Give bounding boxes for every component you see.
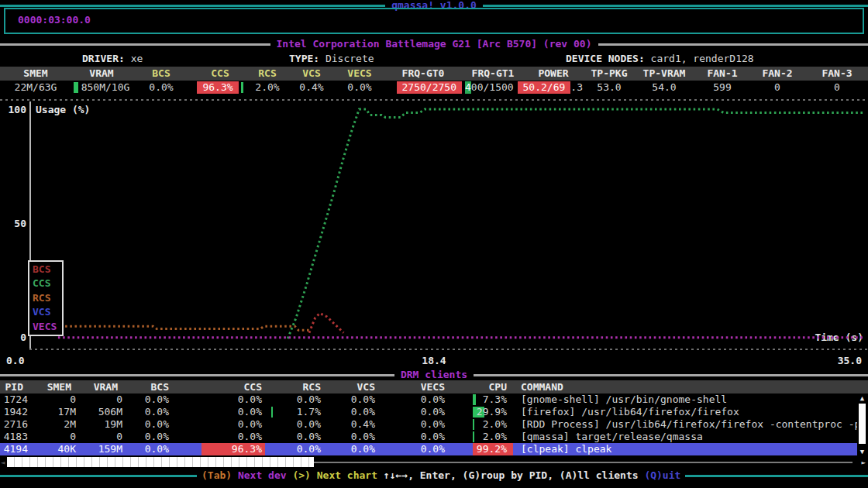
stats-value-ccs: 96.3%: [191, 81, 250, 95]
client-cell-pid: 4194: [0, 443, 31, 455]
stats-col-vcs: VCS: [285, 67, 338, 81]
client-cell-cpu: 2.0%: [453, 418, 515, 431]
client-row-1942[interactable]: 194217M506M0.0%0.0%1.7%0.0%0.0%29.9%[fir…: [0, 406, 857, 418]
client-cell-vcs: 0.0%: [329, 431, 383, 443]
client-cell-bcs: 0.0%: [126, 443, 177, 455]
key-hint-quit: (Q)uit: [644, 469, 680, 482]
stats-segment: 53.0: [597, 81, 621, 94]
stats-col-rcs: RCS: [250, 67, 285, 81]
chart-series-bcs: [309, 313, 344, 332]
client-row-4194[interactable]: 419440K159M0.0%96.3%0.0%0.0%0.0%99.2%[cl…: [0, 443, 857, 455]
client-row-4183[interactable]: 4183000.0%0.0%0.0%0.0%0.0%2.0%[qmassa] t…: [0, 431, 857, 443]
legend-item-ccs: CCS: [33, 277, 62, 290]
key-hint-nextdev: Next dev: [238, 469, 292, 482]
stats-col-fan-2: FAN-2: [749, 67, 806, 81]
clients-col-command: COMMAND: [515, 380, 868, 393]
clients-section-title: DRM clients: [394, 369, 474, 380]
client-cell-rcs: 1.7%: [270, 406, 329, 418]
client-cell-ccs: 96.3%: [177, 443, 270, 455]
stats-value-tp-vram: 54.0: [632, 81, 696, 95]
horizontal-scrollbar[interactable]: ◄ ►: [0, 456, 868, 468]
stats-segment: 2.0%: [255, 81, 279, 94]
footer-rule-left: [0, 475, 197, 477]
vertical-scrollbar[interactable]: ▲ ▼: [857, 393, 867, 456]
legend-item-vcs: VCS: [33, 305, 62, 319]
client-cell-bcs: 0.0%: [126, 418, 177, 431]
stats-value-frq-gt0: 2750/2750: [381, 81, 465, 95]
scroll-up-icon[interactable]: ▲: [857, 393, 867, 403]
client-cell-bcs: 0.0%: [126, 393, 177, 406]
client-cell-ccs: 0.0%: [177, 393, 270, 406]
client-cell-bcs: 0.0%: [126, 406, 177, 418]
vertical-scrollbar-thumb[interactable]: [859, 404, 866, 444]
title-rule-right: [483, 5, 868, 7]
clients-col-bcs: BCS: [126, 380, 177, 393]
ccs-gauge-bar: [241, 82, 243, 93]
horizontal-scrollbar-track[interactable]: [314, 462, 852, 463]
client-cell-vram: 19M: [79, 418, 126, 431]
usage-gauge-bar: [473, 394, 476, 405]
stats-col-tp-pkg: TP-PKG: [586, 67, 632, 81]
scroll-right-icon[interactable]: ►: [862, 458, 866, 467]
client-cell-command: [qmassa] target/release/qmassa: [515, 431, 857, 443]
clients-col-vcs: VCS: [329, 380, 383, 393]
client-cell-smem: 40K: [31, 443, 79, 455]
client-cell-smem: 0: [31, 431, 79, 443]
client-cell-vecs: 0.0%: [383, 393, 453, 406]
stats-value-fan-1: 599: [696, 81, 749, 95]
client-cell-vecs: 0.0%: [383, 443, 453, 455]
clients-col-vram: VRAM: [79, 380, 126, 393]
stats-segment: 22M/63G: [15, 81, 57, 94]
horizontal-scrollbar-thumb[interactable]: [7, 457, 314, 467]
clients-section-line: DRM clients: [0, 369, 868, 380]
footer-key-hints: (Tab) Next dev (>) Next chart ↑↓←→, Ente…: [202, 469, 680, 482]
client-row-2716[interactable]: 27162M19M0.0%0.0%0.0%0.4%0.0%2.0%[RDD Pr…: [0, 418, 857, 431]
footer-rule-right: [685, 475, 868, 477]
stats-col-vram: VRAM: [71, 67, 132, 81]
legend-item-vecs: VECS: [33, 320, 62, 334]
scroll-left-icon[interactable]: ◄: [1, 458, 5, 467]
stats-value-fan-2: 0: [749, 81, 806, 95]
key-hint-tab: (Tab): [202, 469, 238, 482]
client-cell-command: [firefox] /usr/lib64/firefox/firefox: [515, 406, 857, 418]
usage-gauge-bar: [473, 419, 474, 430]
client-cell-smem: 0: [31, 393, 79, 406]
stats-col-power: POWER: [521, 67, 586, 81]
client-cell-vecs: 0.0%: [383, 406, 453, 418]
scroll-down-icon[interactable]: ▼: [857, 447, 867, 456]
client-cell-smem: 2M: [31, 418, 79, 431]
stats-segment: .3: [570, 81, 583, 94]
type-label: TYPE:: [289, 53, 319, 64]
stats-col-tp-vram: TP-VRAM: [632, 67, 696, 81]
client-cell-pid: 1942: [0, 406, 31, 418]
stats-col-fan-1: FAN-1: [696, 67, 749, 81]
clients-col-ccs: CCS: [177, 380, 270, 393]
pci-address[interactable]: 0000:03:00.0: [18, 14, 91, 26]
stats-value-power: 50.2/69.3: [521, 81, 586, 95]
client-cell-vcs: 0.0%: [329, 393, 383, 406]
client-row-1724[interactable]: 1724000.0%0.0%0.0%0.0%0.0%7.3%[gnome-she…: [0, 393, 857, 406]
stats-value-vram: 850M/10G: [71, 81, 132, 95]
device-rule-right: [598, 43, 868, 46]
stats-value-vecs: 0.0%: [338, 81, 381, 95]
clients-col-vecs: VECS: [383, 380, 453, 393]
client-cell-rcs: 0.0%: [270, 393, 329, 406]
client-cell-ccs: 0.0%: [177, 406, 270, 418]
device-info-row: DRIVER: xe TYPE: Discrete DEVICE NODES: …: [0, 53, 868, 65]
usage-gauge-bar: [473, 431, 474, 442]
usage-gauge-bar: [271, 407, 273, 418]
client-cell-vcs: 0.0%: [329, 406, 383, 418]
device-list-box: 0000:03:00.0: [4, 8, 864, 34]
stats-segment: 0.4%: [299, 81, 323, 94]
stats-value-tp-pkg: 53.0: [586, 81, 632, 95]
type-spacer: [319, 53, 326, 64]
chart-series-ccs: [288, 109, 863, 339]
client-cell-command: [clpeak] clpeak: [515, 443, 857, 455]
clients-col-pid: PID: [0, 380, 31, 393]
stats-value-frq-gt1: 400/1500: [465, 81, 521, 95]
device-rule-left: [0, 43, 270, 46]
usage-chart: [0, 95, 868, 352]
client-cell-cpu: 7.3%: [453, 393, 515, 406]
nodes-spacer: [645, 53, 651, 64]
clients-col-rcs: RCS: [270, 380, 329, 393]
